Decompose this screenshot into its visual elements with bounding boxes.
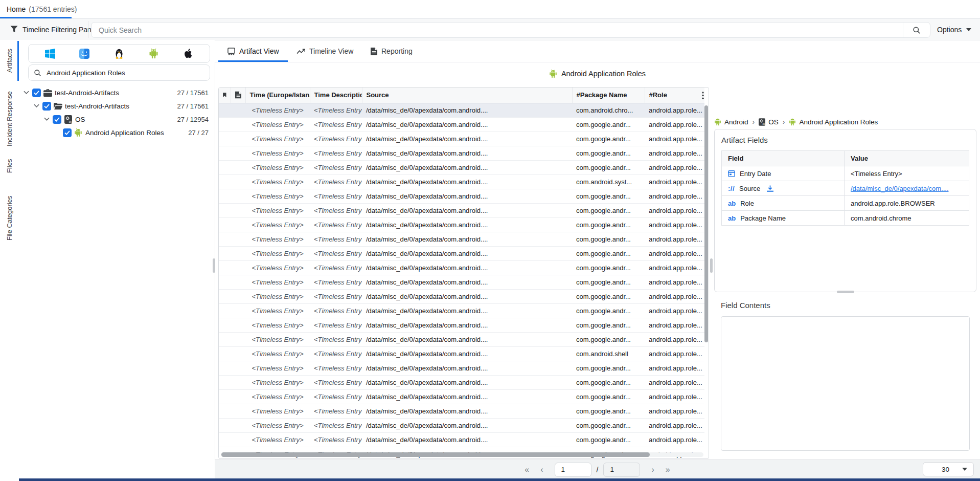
flag-cell[interactable] (219, 404, 231, 418)
time-cell[interactable]: <Timeless Entry> (245, 318, 310, 332)
flag-cell[interactable] (219, 289, 231, 303)
package-name-cell[interactable]: com.google.andr... (572, 132, 645, 146)
time-description-cell[interactable]: <Timeless Entry> (310, 303, 362, 318)
role-cell[interactable]: android.app.role... (645, 103, 704, 117)
note-cell[interactable] (231, 189, 245, 203)
table-row[interactable]: <Timeless Entry> <Timeless Entry> /data/… (219, 289, 704, 303)
time-description-cell[interactable]: <Timeless Entry> (310, 318, 362, 332)
note-column-header[interactable] (231, 88, 245, 103)
note-cell[interactable] (231, 203, 245, 217)
time-cell[interactable]: <Timeless Entry> (245, 375, 310, 389)
note-cell[interactable] (231, 346, 245, 361)
column-header-package-name[interactable]: #Package Name (572, 88, 645, 103)
flag-cell[interactable] (219, 389, 231, 404)
sidebar-tab-artifacts[interactable]: Artifacts (0, 43, 18, 79)
quick-search-input[interactable] (92, 23, 901, 37)
time-cell[interactable]: <Timeless Entry> (245, 432, 310, 447)
search-button[interactable] (903, 23, 930, 37)
chevron-down-icon[interactable] (32, 104, 40, 108)
column-menu-icon[interactable] (702, 92, 704, 99)
fields-panel-resize-handle[interactable] (837, 291, 854, 293)
time-description-cell[interactable]: <Timeless Entry> (310, 246, 362, 260)
flag-column-header[interactable] (219, 88, 231, 103)
note-cell[interactable] (231, 160, 245, 174)
tab-home[interactable]: Home (17561 entries) (7, 0, 77, 18)
time-description-cell[interactable]: <Timeless Entry> (310, 203, 362, 217)
sidebar-resize-handle[interactable] (213, 258, 215, 273)
field-row-role[interactable]: ab Role android.app.role.BROWSER (722, 196, 969, 211)
table-row[interactable]: <Timeless Entry> <Timeless Entry> /data/… (219, 103, 704, 117)
time-description-cell[interactable]: <Timeless Entry> (310, 404, 362, 418)
windows-icon[interactable] (44, 48, 56, 60)
tree-item-evidence[interactable]: test-Android-Artifacts 27 / 17561 (19, 86, 215, 99)
note-cell[interactable] (231, 318, 245, 332)
table-row[interactable]: <Timeless Entry> <Timeless Entry> /data/… (219, 132, 704, 146)
source-cell[interactable]: /data/misc_de/0/apexdata/com.android.... (362, 432, 572, 447)
source-cell[interactable]: /data/misc_de/0/apexdata/com.android.... (362, 275, 572, 289)
source-cell[interactable]: /data/misc_de/0/apexdata/com.android.... (362, 404, 572, 418)
note-cell[interactable] (231, 275, 245, 289)
table-row[interactable]: <Timeless Entry> <Timeless Entry> /data/… (219, 389, 704, 404)
last-page-button[interactable]: » (666, 466, 670, 474)
package-name-cell[interactable]: com.google.andr... (572, 260, 645, 275)
source-cell[interactable]: /data/misc_de/0/apexdata/com.android.... (362, 174, 572, 189)
breadcrumb-item-android[interactable]: Android (714, 118, 748, 126)
package-name-cell[interactable]: com.google.andr... (572, 246, 645, 260)
flag-cell[interactable] (219, 203, 231, 217)
column-header-time[interactable]: Time (Europe/Istan... (245, 88, 310, 103)
table-row[interactable]: <Timeless Entry> <Timeless Entry> /data/… (219, 189, 704, 203)
table-row[interactable]: <Timeless Entry> <Timeless Entry> /data/… (219, 303, 704, 318)
scrollbar-thumb[interactable] (221, 452, 650, 457)
field-row-entry-date[interactable]: Entry Date <Timeless Entry> (722, 166, 969, 181)
table-row[interactable]: <Timeless Entry> <Timeless Entry> /data/… (219, 404, 704, 418)
package-name-cell[interactable]: com.google.andr... (572, 117, 645, 132)
column-header-role[interactable]: #Role (645, 88, 704, 103)
note-cell[interactable] (231, 418, 245, 432)
field-row-package-name[interactable]: ab Package Name com.android.chrome (722, 211, 969, 226)
source-cell[interactable]: /data/misc_de/0/apexdata/com.android.... (362, 160, 572, 174)
source-cell[interactable]: /data/misc_de/0/apexdata/com.android.... (362, 217, 572, 232)
source-cell[interactable]: /data/misc_de/0/apexdata/com.android.... (362, 318, 572, 332)
package-name-cell[interactable]: com.google.andr... (572, 404, 645, 418)
flag-cell[interactable] (219, 275, 231, 289)
source-cell[interactable]: /data/misc_de/0/apexdata/com.android.... (362, 232, 572, 246)
tree-item-os[interactable]: os OS 27 / 12954 (19, 113, 215, 126)
package-name-cell[interactable]: com.google.andr... (572, 375, 645, 389)
note-cell[interactable] (231, 260, 245, 275)
time-description-cell[interactable]: <Timeless Entry> (310, 432, 362, 447)
chevron-down-icon[interactable] (22, 91, 30, 95)
source-cell[interactable]: /data/misc_de/0/apexdata/com.android.... (362, 361, 572, 375)
panel-resize-handle[interactable] (710, 258, 713, 273)
flag-cell[interactable] (219, 189, 231, 203)
note-cell[interactable] (231, 332, 245, 346)
time-description-cell[interactable]: <Timeless Entry> (310, 332, 362, 346)
table-row[interactable]: <Timeless Entry> <Timeless Entry> /data/… (219, 160, 704, 174)
flag-cell[interactable] (219, 418, 231, 432)
table-row[interactable]: <Timeless Entry> <Timeless Entry> /data/… (219, 260, 704, 275)
time-cell[interactable]: <Timeless Entry> (245, 260, 310, 275)
checkbox-checked[interactable] (42, 102, 51, 111)
time-cell[interactable]: <Timeless Entry> (245, 303, 310, 318)
role-cell[interactable]: android.app.role... (645, 217, 704, 232)
time-description-cell[interactable]: <Timeless Entry> (310, 346, 362, 361)
package-name-cell[interactable]: com.google.andr... (572, 361, 645, 375)
role-cell[interactable]: android.app.role... (645, 303, 704, 318)
role-cell[interactable]: android.app.role... (645, 132, 704, 146)
time-description-cell[interactable]: <Timeless Entry> (310, 103, 362, 117)
flag-cell[interactable] (219, 160, 231, 174)
sidebar-tab-incident-response[interactable]: Incident Response (0, 86, 18, 151)
first-page-button[interactable]: « (525, 466, 529, 474)
table-row[interactable]: <Timeless Entry> <Timeless Entry> /data/… (219, 418, 704, 432)
note-cell[interactable] (231, 246, 245, 260)
field-contents-viewer[interactable] (721, 316, 970, 451)
flag-cell[interactable] (219, 174, 231, 189)
time-cell[interactable]: <Timeless Entry> (245, 361, 310, 375)
time-description-cell[interactable]: <Timeless Entry> (310, 418, 362, 432)
linux-icon[interactable] (113, 48, 125, 60)
note-cell[interactable] (231, 361, 245, 375)
next-page-button[interactable]: › (651, 466, 654, 474)
source-link[interactable]: /data/misc_de/0/apexdata/com.... (851, 185, 949, 192)
note-cell[interactable] (231, 389, 245, 404)
table-row[interactable]: <Timeless Entry> <Timeless Entry> /data/… (219, 332, 704, 346)
role-cell[interactable]: android.app.role... (645, 318, 704, 332)
